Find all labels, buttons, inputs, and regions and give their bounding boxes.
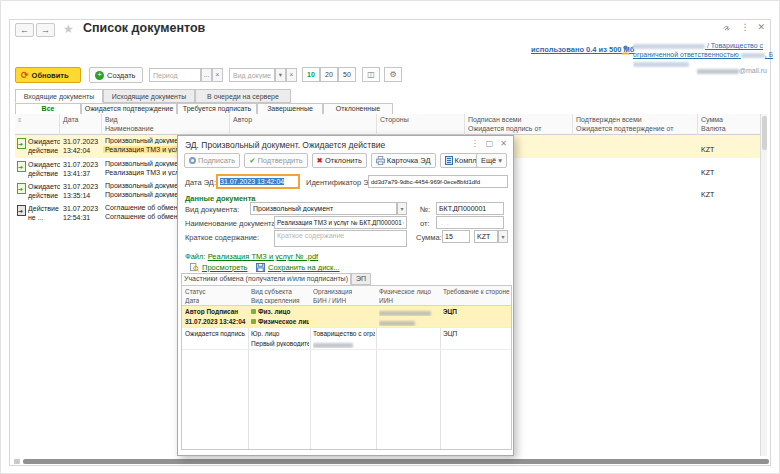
account-org-link[interactable]: / Товарищество с ограниченной ответствен…	[633, 41, 773, 68]
decline-button[interactable]: ✖ Отклонить	[312, 153, 367, 168]
p-cert: Первый руководитель	[251, 340, 309, 347]
hscroll-stub[interactable]	[14, 459, 20, 464]
row-date: 31.07.2023 13:41:37	[63, 160, 103, 178]
summary-field[interactable]	[274, 230, 407, 247]
org-text-1: / Товарищество с	[707, 42, 763, 49]
col-confirmed-all: Подтвержден всеми	[576, 116, 642, 123]
row-currency: KZT	[701, 146, 741, 153]
col-sum: Сумма	[701, 116, 723, 123]
modal-more-icon[interactable]: ⋮	[471, 139, 479, 148]
tab-incoming[interactable]: Входящие документы	[15, 89, 103, 103]
row-status: Действие не ...	[28, 204, 60, 222]
currency-field[interactable]	[474, 230, 498, 243]
doc-name-label: Наименование документа:	[185, 219, 278, 228]
currency-dropdown-button[interactable]: ▾	[498, 230, 508, 243]
document-status-icon	[17, 138, 26, 149]
scrollbar-thumb[interactable]	[762, 116, 767, 150]
pcol-iin: ИИН	[379, 297, 393, 304]
tab-server-queue[interactable]: В очереди на сервере	[195, 89, 291, 103]
doc-kind-field[interactable]	[250, 202, 397, 215]
doc-num-field[interactable]	[436, 202, 504, 215]
save-to-disk-link[interactable]: Сохранить на диск...	[256, 263, 340, 272]
forward-button[interactable]: →	[36, 23, 55, 37]
columns-view-button[interactable]: ◫	[362, 67, 380, 82]
row-status: Ожидается действие	[28, 137, 60, 155]
p-status: Ожидается подпись	[185, 330, 247, 337]
view-file-link[interactable]: Просмотреть	[190, 263, 248, 272]
confirm-check-icon: ✔	[249, 156, 255, 165]
window-more-icon[interactable]: ⋮	[740, 22, 749, 32]
doc-from-label: от:	[420, 219, 430, 228]
view-file-label: Просмотреть	[202, 263, 248, 272]
list-header[interactable]: ≡ Дата Вид Наименование Автор Стороны По…	[15, 114, 767, 135]
doc-type-input[interactable]	[229, 68, 275, 82]
storage-usage-link[interactable]: использовано 0.4 из 500 Мб	[531, 45, 635, 54]
ed-card-button[interactable]: Карточка ЭД	[371, 153, 436, 168]
modal-close-icon[interactable]: ✕	[500, 139, 507, 148]
p-org: Товарищество с огран...	[313, 330, 375, 337]
p-status: Автор Подписан	[185, 308, 247, 315]
document-status-icon	[17, 161, 26, 172]
window-close-icon[interactable]: ✕	[757, 22, 765, 32]
get-link-icon[interactable]	[723, 23, 732, 32]
doc-from-date-field[interactable]	[436, 216, 504, 229]
document-data-section-title: Данные документа	[185, 194, 256, 203]
email-suffix: @mail.ru	[739, 67, 767, 74]
file-link[interactable]: Реализация ТМЗ и услуг № .pdf	[208, 252, 319, 261]
sum-field[interactable]	[442, 230, 470, 243]
doc-name-field[interactable]	[274, 216, 407, 229]
app-screen: ← → ★ Список документов ⋮ ✕ использовано…	[0, 0, 780, 474]
pcol-cert: Вид скрепления	[251, 297, 300, 304]
confirm-button[interactable]: ✔ Подтвердить	[244, 153, 307, 168]
period-clear-button[interactable]: ×	[212, 68, 223, 82]
period-pick-button[interactable]: ...	[201, 68, 212, 82]
tab-outgoing[interactable]: Исходящие документы	[103, 89, 195, 103]
page-title: Список документов	[83, 21, 205, 35]
view-file-icon	[190, 263, 199, 272]
page-size-50[interactable]: 50	[338, 67, 356, 82]
ed-date-value: 31.07.2023 13:42:04	[220, 178, 284, 185]
doc-num-label: №:	[420, 205, 430, 214]
col-date: Дата	[63, 116, 79, 123]
period-input[interactable]	[149, 68, 201, 82]
modal-maximize-icon[interactable]: ▢	[486, 139, 494, 148]
tab-ep[interactable]: ЭП	[351, 273, 371, 285]
org-text-3: , БИН	[765, 51, 773, 58]
doc-type-dropdown-button[interactable]: ▾	[275, 68, 286, 82]
pcol-org: Организация	[313, 288, 352, 295]
horizontal-scrollbar[interactable]	[23, 459, 769, 464]
p-date: 31.07.2023 13:42:04	[185, 318, 247, 325]
ed-date-field[interactable]: 31.07.2023 13:42:04	[216, 174, 300, 189]
favorite-star-icon[interactable]: ★	[63, 22, 74, 36]
doc-type-clear-button[interactable]: ×	[286, 68, 297, 82]
confirm-label: Подтвердить	[257, 156, 302, 165]
sign-button[interactable]: Подписать	[184, 153, 240, 168]
summary-label: Краткое содержание:	[185, 233, 259, 242]
ed-card-label: Карточка ЭД	[387, 156, 431, 165]
refresh-button[interactable]: ⟳ Обновить	[15, 67, 81, 83]
file-label: Файл:	[185, 252, 206, 261]
ed-id-field[interactable]	[368, 175, 508, 188]
back-button[interactable]: ←	[15, 23, 34, 37]
list-vertical-scrollbar[interactable]	[760, 114, 767, 456]
row-date: 31.07.2023 13:42:04	[63, 137, 103, 155]
page-size-10[interactable]: 10	[302, 67, 320, 82]
pcol-bin: БИН / ИИН	[313, 297, 346, 304]
participants-header: Статус Дата Вид субъекта Вид скрепления …	[182, 286, 511, 306]
tab-exchange-participants[interactable]: Участники обмена (получатели и/или подпи…	[181, 273, 351, 285]
columns-icon: ◫	[367, 70, 375, 79]
doc-kind-dropdown-button[interactable]: ▾	[397, 202, 407, 215]
participant-row-2[interactable]: Ожидается подпись Юр. лицо Первый руково…	[182, 328, 511, 350]
sign-icon	[189, 157, 196, 164]
participant-row-1[interactable]: Автор Подписан 31.07.2023 13:42:04 Физ. …	[182, 306, 511, 328]
more-button[interactable]: Ещё ▾	[476, 153, 507, 168]
redacted-org-name	[741, 53, 765, 58]
pcol-subject: Вид субъекта	[251, 288, 292, 295]
participants-table[interactable]: Статус Дата Вид субъекта Вид скрепления …	[181, 285, 512, 450]
row-status: Ожидается действие	[28, 160, 60, 178]
subject-type-icon	[251, 309, 256, 314]
col-signed-all: Подписан всеми	[468, 116, 522, 123]
create-button[interactable]: + Создать	[89, 67, 143, 83]
page-size-20[interactable]: 20	[320, 67, 338, 82]
list-settings-button[interactable]: ⚙	[384, 67, 402, 82]
